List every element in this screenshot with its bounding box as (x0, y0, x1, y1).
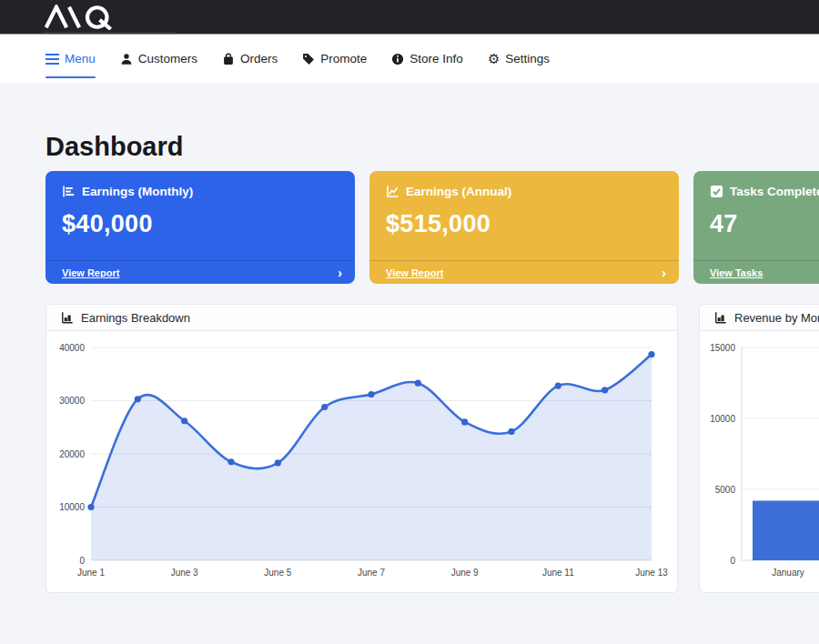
svg-text:5000: 5000 (715, 485, 736, 495)
check-square-icon (710, 185, 723, 198)
hamburger-icon (46, 54, 59, 65)
bag-icon (222, 53, 235, 65)
svg-text:June 11: June 11 (542, 568, 574, 578)
svg-text:0: 0 (79, 556, 85, 566)
stat-card-title: Earnings (Monthly) (82, 185, 193, 198)
chart-title: Earnings Breakdown (81, 311, 190, 325)
chart-title: Revenue by Month (734, 311, 819, 325)
stat-card-value: $515,000 (386, 210, 662, 238)
charts-row: Earnings Breakdown 010000200003000040000… (46, 304, 819, 593)
nav-item-label: Store Info (410, 52, 463, 65)
view-report-link[interactable]: View Report (62, 267, 119, 278)
nav-item-label: Orders (240, 52, 278, 65)
nav-item-customers[interactable]: Customers (120, 35, 197, 83)
svg-text:10000: 10000 (710, 414, 735, 424)
stat-card-footer: View Report › (369, 260, 679, 284)
nav-item-label: Settings (505, 52, 550, 65)
chart-card-header: Revenue by Month (700, 305, 819, 331)
line-chart-icon (386, 185, 399, 198)
nav-item-orders[interactable]: Orders (222, 35, 278, 83)
svg-text:June 13: June 13 (635, 568, 668, 578)
chevron-right-icon[interactable]: › (662, 266, 666, 279)
bar-chart-icon (62, 185, 76, 198)
svg-text:June 3: June 3 (171, 568, 198, 578)
svg-text:January: January (772, 568, 804, 578)
bar-chart-icon (61, 311, 74, 324)
svg-text:June 1: June 1 (77, 568, 105, 578)
svg-text:30000: 30000 (59, 396, 85, 406)
earnings-annual-card[interactable]: Earnings (Annual) $515,000 View Report › (369, 171, 679, 284)
svg-text:20000: 20000 (59, 449, 85, 459)
nav-item-menu[interactable]: Menu (46, 35, 96, 83)
earnings-monthly-card[interactable]: Earnings (Monthly) $40,000 View Report › (46, 171, 355, 284)
view-tasks-link[interactable]: View Tasks (710, 267, 763, 278)
mq-logo-icon[interactable] (42, 5, 120, 30)
active-tab-underline (46, 76, 96, 79)
earnings-breakdown-card: Earnings Breakdown 010000200003000040000… (46, 304, 678, 593)
gear-icon: ⚙ (488, 52, 500, 65)
svg-text:15000: 15000 (710, 343, 735, 353)
stat-card-footer: View Report › (46, 260, 355, 284)
earnings-breakdown-line-chart[interactable]: 010000200003000040000June 1June 3June 5J… (46, 331, 677, 592)
nav-item-store-info[interactable]: Store Info (391, 35, 463, 83)
nav-item-label: Promote (320, 52, 367, 65)
person-icon (120, 53, 133, 65)
nav-item-promote[interactable]: Promote (302, 35, 367, 83)
svg-text:40000: 40000 (59, 343, 85, 353)
svg-text:June 9: June 9 (451, 568, 479, 578)
stat-cards-row: Earnings (Monthly) $40,000 View Report › (46, 171, 819, 284)
nav-item-label: Customers (138, 52, 197, 65)
revenue-by-month-bar-chart[interactable]: 050001000015000January (700, 331, 819, 592)
stat-card-value: 47 (710, 210, 819, 238)
dashboard-app: Menu Customers Orders Promote (0, 0, 819, 644)
top-app-bar (0, 0, 819, 35)
svg-text:10000: 10000 (59, 502, 85, 512)
nav-item-label: Menu (65, 52, 96, 65)
stat-card-value: $40,000 (62, 210, 339, 238)
info-circle-icon (391, 53, 404, 65)
main-content: Dashboard Earnings (Monthly) $40,000 (0, 132, 819, 593)
svg-text:June 5: June 5 (264, 568, 291, 578)
tag-icon (302, 53, 315, 65)
revenue-by-month-card: Revenue by Month 050001000015000January (699, 304, 819, 593)
tasks-completed-card[interactable]: Tasks Completed 47 View Tasks › (693, 171, 819, 284)
chart-card-header: Earnings Breakdown (46, 305, 677, 331)
stat-card-footer: View Tasks › (693, 260, 819, 284)
main-nav: Menu Customers Orders Promote (0, 35, 819, 83)
logo-underline (42, 32, 176, 33)
bar-chart-icon (714, 311, 727, 324)
chevron-right-icon[interactable]: › (338, 266, 342, 279)
svg-text:0: 0 (730, 556, 735, 566)
svg-text:June 7: June 7 (358, 568, 385, 578)
stat-card-title: Earnings (Annual) (406, 185, 511, 198)
stat-card-title: Tasks Completed (730, 185, 819, 198)
nav-item-settings[interactable]: ⚙ Settings (488, 35, 550, 83)
page-title: Dashboard (46, 132, 819, 162)
view-report-link[interactable]: View Report (386, 267, 443, 278)
